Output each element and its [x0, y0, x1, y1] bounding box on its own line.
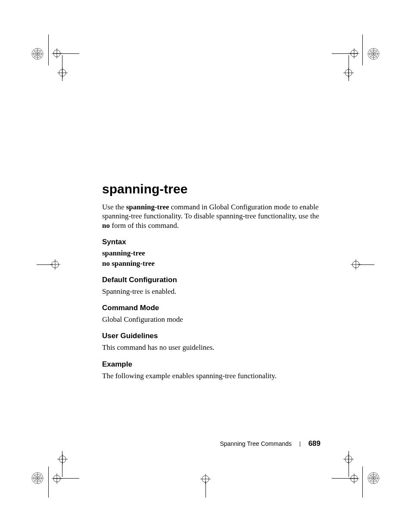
- svg-point-0: [32, 48, 43, 59]
- svg-point-41: [371, 476, 376, 480]
- svg-point-2: [35, 52, 40, 56]
- svg-point-39: [368, 473, 379, 484]
- svg-point-1: [34, 50, 41, 58]
- svg-point-28: [35, 476, 40, 480]
- svg-line-5: [34, 50, 41, 58]
- heading-example: Example: [102, 360, 322, 369]
- default-configuration-text: Spanning-tree is enabled.: [102, 287, 322, 296]
- intro-cmd-name: spanning-tree: [126, 203, 169, 211]
- user-guidelines-text: This command has no user guidelines.: [102, 343, 322, 352]
- svg-point-26: [32, 473, 43, 484]
- crop-mark-mid-bottom: [188, 463, 223, 498]
- heading-default-configuration: Default Configuration: [102, 276, 322, 284]
- crop-mark-bottom-left: [31, 446, 83, 498]
- footer-page-number: 689: [308, 439, 321, 448]
- svg-point-7: [53, 50, 60, 57]
- svg-point-10: [59, 69, 66, 76]
- document-body: spanning-tree Use the spanning-tree comm…: [102, 182, 322, 387]
- footer-separator: |: [299, 441, 301, 447]
- page: spanning-tree Use the spanning-tree comm…: [0, 0, 411, 532]
- intro-pre: Use the: [102, 203, 126, 211]
- svg-point-58: [202, 476, 209, 482]
- svg-point-20: [351, 50, 358, 57]
- heading-command-mode: Command Mode: [102, 304, 322, 312]
- svg-point-46: [351, 475, 358, 482]
- crop-mark-bottom-right: [328, 446, 380, 498]
- svg-line-31: [34, 474, 41, 482]
- svg-line-44: [370, 474, 377, 482]
- svg-point-55: [352, 261, 359, 268]
- svg-line-45: [370, 474, 377, 482]
- crop-mark-top-left: [31, 34, 83, 86]
- svg-point-15: [371, 52, 376, 56]
- crop-mark-mid-right: [340, 247, 374, 282]
- heading-syntax: Syntax: [102, 238, 322, 246]
- svg-point-27: [34, 474, 41, 482]
- syntax-line-1: spanning-tree: [102, 249, 322, 258]
- command-title: spanning-tree: [102, 182, 322, 196]
- heading-user-guidelines: User Guidelines: [102, 332, 322, 340]
- svg-line-19: [370, 50, 377, 58]
- syntax-line-2: no spanning-tree: [102, 259, 322, 268]
- svg-point-49: [345, 456, 352, 463]
- command-mode-text: Global Configuration mode: [102, 315, 322, 324]
- intro-post: form of this command.: [110, 221, 179, 230]
- page-footer: Spanning Tree Commands | 689: [0, 439, 411, 448]
- svg-line-18: [370, 50, 377, 58]
- footer-section-name: Spanning Tree Commands: [220, 440, 292, 447]
- svg-point-52: [52, 261, 59, 268]
- svg-point-13: [368, 48, 379, 59]
- svg-point-40: [370, 474, 377, 482]
- crop-mark-top-right: [328, 34, 380, 86]
- crop-mark-mid-left: [37, 247, 71, 282]
- intro-no-keyword: no: [102, 221, 110, 230]
- svg-point-36: [59, 456, 66, 463]
- svg-point-33: [53, 475, 60, 482]
- example-text: The following example enables spanning-t…: [102, 371, 322, 380]
- svg-line-32: [34, 474, 41, 482]
- svg-line-6: [34, 50, 41, 58]
- svg-point-14: [370, 50, 377, 58]
- svg-point-23: [345, 69, 352, 76]
- intro-paragraph: Use the spanning-tree command in Global …: [102, 202, 322, 230]
